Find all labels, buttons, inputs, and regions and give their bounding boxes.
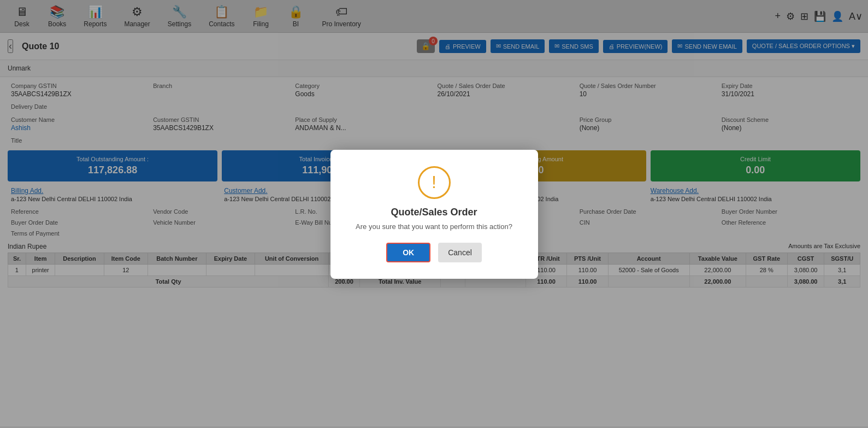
modal-buttons: OK Cancel — [352, 243, 516, 262]
modal-title: Quote/Sales Order — [352, 207, 516, 218]
modal-overlay: ! Quote/Sales Order Are you sure that yo… — [0, 0, 868, 428]
modal-message: Are you sure that you want to perform th… — [352, 222, 516, 231]
warning-icon: ! — [418, 166, 451, 199]
modal-dialog: ! Quote/Sales Order Are you sure that yo… — [330, 150, 538, 279]
modal-ok-button[interactable]: OK — [386, 243, 430, 262]
modal-cancel-button[interactable]: Cancel — [438, 243, 482, 262]
